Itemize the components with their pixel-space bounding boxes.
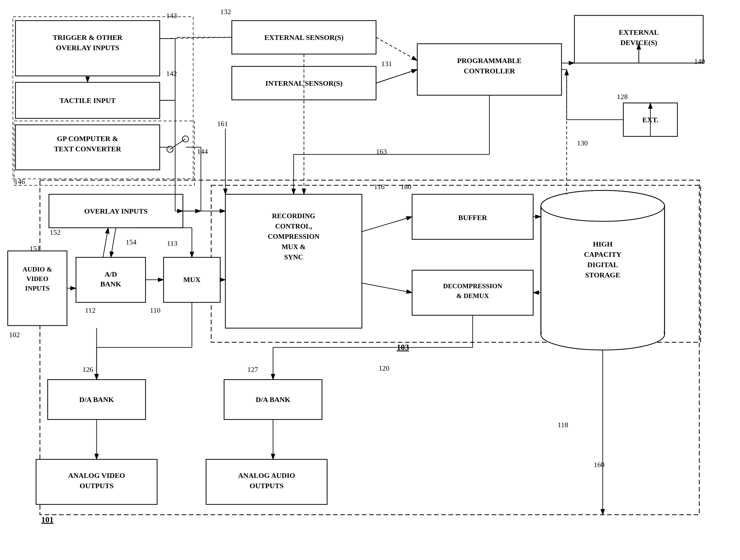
svg-text:HIGH: HIGH — [593, 240, 613, 248]
svg-text:MUX: MUX — [183, 275, 201, 284]
svg-line-145 — [376, 70, 417, 83]
svg-text:101: 101 — [41, 515, 54, 524]
svg-line-106 — [376, 37, 417, 61]
svg-text:EXTERNAL: EXTERNAL — [619, 28, 659, 36]
svg-text:CONTROLLER: CONTROLLER — [464, 67, 515, 75]
svg-text:OVERLAY INPUTS: OVERLAY INPUTS — [84, 207, 148, 215]
svg-text:128: 128 — [617, 93, 628, 101]
svg-text:OUTPUTS: OUTPUTS — [80, 482, 114, 490]
svg-text:120: 120 — [379, 364, 389, 372]
svg-line-14 — [170, 139, 185, 149]
svg-text:112: 112 — [85, 306, 96, 314]
svg-point-65 — [541, 191, 664, 221]
svg-text:RECORDING: RECORDING — [272, 212, 315, 220]
svg-text:ANALOG AUDIO: ANALOG AUDIO — [238, 471, 295, 479]
svg-text:GP COMPUTER &: GP COMPUTER & — [57, 135, 118, 142]
svg-text:ANALOG VIDEO: ANALOG VIDEO — [68, 471, 125, 479]
svg-text:152: 152 — [50, 228, 61, 236]
svg-text:110: 110 — [150, 306, 161, 314]
main-svg: 101 103 TRIGGER & OTHER OVERLAY INPUTS T… — [0, 0, 740, 560]
svg-text:132: 132 — [220, 8, 231, 16]
svg-text:143: 143 — [166, 12, 177, 20]
svg-text:140: 140 — [694, 58, 705, 66]
svg-text:SYNC: SYNC — [284, 253, 303, 261]
svg-text:130: 130 — [577, 139, 588, 147]
svg-text:BANK: BANK — [100, 280, 121, 288]
svg-text:& DEMUX: & DEMUX — [456, 292, 489, 300]
svg-line-110 — [111, 228, 116, 257]
svg-text:VIDEO: VIDEO — [26, 275, 48, 283]
svg-text:154: 154 — [126, 238, 136, 246]
diagram: 101 103 TRIGGER & OTHER OVERLAY INPUTS T… — [0, 0, 740, 560]
svg-text:TRIGGER & OTHER: TRIGGER & OTHER — [53, 33, 122, 41]
svg-text:INPUTS: INPUTS — [25, 285, 50, 292]
svg-text:DIGITAL: DIGITAL — [587, 261, 618, 269]
svg-text:126: 126 — [82, 365, 93, 373]
svg-text:PROGRAMMABLE: PROGRAMMABLE — [457, 57, 522, 65]
svg-text:131: 131 — [381, 60, 392, 68]
svg-line-119 — [362, 283, 412, 293]
svg-rect-62 — [542, 207, 664, 334]
svg-text:127: 127 — [247, 365, 258, 373]
svg-line-111 — [103, 228, 108, 257]
svg-text:STORAGE: STORAGE — [585, 271, 620, 279]
svg-text:OVERLAY INPUTS: OVERLAY INPUTS — [56, 44, 119, 52]
svg-text:TACTILE INPUT: TACTILE INPUT — [60, 97, 116, 105]
svg-text:161: 161 — [217, 120, 228, 128]
svg-text:118: 118 — [558, 421, 568, 429]
svg-text:116: 116 — [374, 183, 385, 191]
svg-text:BUFFER: BUFFER — [458, 214, 487, 222]
svg-text:CONTROL,: CONTROL, — [275, 222, 312, 230]
svg-text:113: 113 — [167, 239, 177, 247]
svg-text:TEXT CONVERTER: TEXT CONVERTER — [54, 145, 121, 153]
svg-text:AUDIO &: AUDIO & — [23, 265, 52, 273]
svg-text:A/D: A/D — [105, 270, 117, 278]
svg-text:D/A BANK: D/A BANK — [256, 396, 290, 404]
svg-text:MUX &: MUX & — [282, 243, 306, 251]
svg-text:DECOMPRESSION: DECOMPRESSION — [443, 282, 502, 290]
svg-text:OUTPUTS: OUTPUTS — [250, 482, 284, 490]
svg-text:CAPACITY: CAPACITY — [584, 250, 622, 258]
svg-line-117 — [362, 217, 412, 232]
svg-text:102: 102 — [9, 331, 20, 339]
svg-text:180: 180 — [400, 183, 411, 191]
svg-text:151: 151 — [30, 244, 40, 252]
svg-text:D/A BANK: D/A BANK — [79, 396, 114, 404]
svg-text:144: 144 — [197, 147, 208, 155]
svg-text:EXTERNAL SENSOR(S): EXTERNAL SENSOR(S) — [264, 33, 343, 41]
svg-text:COMPRESSION: COMPRESSION — [268, 233, 319, 240]
